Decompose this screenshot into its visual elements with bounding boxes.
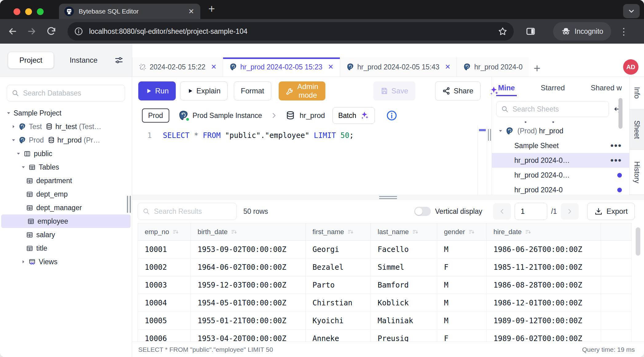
tree-item-employee[interactable]: employee: [1, 214, 131, 228]
browser-menu-icon[interactable]: ⋮: [619, 26, 628, 37]
page-number-input[interactable]: [515, 203, 547, 220]
column-header-last-name[interactable]: last_name: [371, 223, 437, 241]
bookmark-star-icon[interactable]: [498, 26, 508, 36]
tree-item-views[interactable]: Views: [0, 255, 132, 269]
results-search-input[interactable]: [153, 207, 245, 216]
browser-tab[interactable]: Bytebase SQL Editor ✕: [59, 4, 200, 19]
sheet-group-prod-hr-prod[interactable]: (Prod) hr_prod: [492, 124, 629, 138]
browser-chrome: Bytebase SQL Editor ✕ + localhost:8080/s…: [0, 0, 644, 44]
environment-label: Test: [29, 123, 42, 131]
instance-name[interactable]: Prod Sample Instance: [193, 112, 262, 120]
format-button[interactable]: Format: [234, 81, 271, 100]
site-info-icon[interactable]: [74, 26, 84, 36]
address-bar[interactable]: localhost:8080/sql-editor/sheet/project-…: [68, 22, 514, 41]
editor-tab-hr-prod-2024-02-05-15-23[interactable]: hr_prod 2024-02-05 15:23✕: [223, 57, 340, 76]
prev-page-button[interactable]: [493, 203, 511, 220]
browser-tab-close-icon[interactable]: ✕: [187, 7, 195, 16]
table-cell: 1989-09-12T00:00:00Z: [487, 312, 601, 330]
results-search[interactable]: [138, 203, 237, 220]
column-header-gender[interactable]: gender: [437, 223, 487, 241]
back-icon[interactable]: [7, 26, 18, 37]
window-minimize-button[interactable]: [25, 8, 32, 15]
sheet-item-sample-sheet[interactable]: Sample Sheet•••: [492, 138, 629, 153]
sheet-search[interactable]: [496, 101, 609, 117]
tree-item-hr-prod[interactable]: Prodhr_prod (Pr…: [0, 133, 132, 147]
add-sheet-icon[interactable]: +: [534, 62, 540, 74]
new-tab-button[interactable]: +: [208, 2, 215, 15]
column-header-emp-no[interactable]: emp_no: [138, 223, 191, 241]
table-row[interactable]: 100021964-06-02T00:00:00ZBezalelSimmelF1…: [138, 258, 632, 276]
export-button[interactable]: Export: [587, 203, 635, 220]
tab-instance[interactable]: Instance: [68, 56, 100, 65]
close-tab-icon[interactable]: ✕: [328, 63, 333, 71]
share-button[interactable]: Share: [435, 81, 481, 100]
tree-item-dept-emp[interactable]: dept_emp: [0, 187, 132, 201]
table-row[interactable]: 100031959-12-03T00:00:00ZPartoBamfordM19…: [138, 276, 632, 294]
database-name[interactable]: hr_prod: [300, 111, 325, 120]
sheet-item-hr-prod-2024-0[interactable]: hr_prod 2024-0…: [492, 168, 629, 182]
sheet-list-scrollbar[interactable]: [618, 98, 622, 129]
tree-item-department[interactable]: department: [0, 174, 132, 187]
explain-button[interactable]: Explain: [180, 81, 228, 100]
results-table-scrollbar[interactable]: [636, 227, 640, 256]
vertical-display-toggle[interactable]: [414, 207, 431, 216]
info-icon[interactable]: [386, 110, 398, 121]
tree-item-public[interactable]: public: [0, 147, 132, 160]
sql-code-editor[interactable]: 1 SELECT * FROM "public"."employee" LIMI…: [132, 126, 492, 195]
window-close-button[interactable]: [14, 8, 20, 15]
column-header-first-name[interactable]: first_name: [306, 223, 371, 241]
save-button[interactable]: Save: [373, 81, 415, 100]
database-search[interactable]: [7, 85, 125, 101]
admin-mode-button[interactable]: Admin mode: [279, 81, 325, 100]
filter-settings-icon[interactable]: [114, 55, 124, 65]
editor-tab-hr-prod-2024-0[interactable]: hr_prod 2024-0: [457, 57, 528, 76]
tab-starred[interactable]: Starred: [539, 83, 567, 92]
side-tab-history[interactable]: History: [630, 150, 644, 195]
editor-tab-hr-prod-2024-02-05-15-43[interactable]: hr_prod 2024-02-05 15:43✕: [340, 57, 457, 76]
forward-icon[interactable]: [26, 26, 37, 37]
table-row[interactable]: 100011953-09-02T00:00:00ZGeorgiFacelloM1…: [138, 241, 632, 258]
side-tab-info[interactable]: Info: [630, 77, 644, 109]
table-row[interactable]: 100051955-01-21T00:00:00ZKyoichiMaliniak…: [138, 312, 632, 330]
tree-item-tables[interactable]: Tables: [0, 160, 132, 174]
window-zoom-button[interactable]: [37, 8, 44, 15]
reload-icon[interactable]: [46, 26, 57, 37]
tree-item-dept-manager[interactable]: dept_manager: [0, 201, 132, 214]
table-cell: M: [437, 312, 487, 330]
results-divider[interactable]: [132, 195, 644, 200]
table-row[interactable]: 100041954-05-01T00:00:00ZChirstianKoblic…: [138, 294, 632, 312]
batch-button[interactable]: Batch: [332, 107, 375, 124]
tab-search-button[interactable]: [623, 4, 640, 18]
sheet-item-hr-prod-2024-0[interactable]: hr_prod 2024-0…•••: [492, 153, 629, 168]
column-header-hire-date[interactable]: hire_date: [487, 223, 601, 241]
tab-shared[interactable]: Shared w: [589, 83, 623, 92]
sheet-search-input[interactable]: [512, 105, 604, 114]
database-search-input[interactable]: [22, 89, 120, 98]
query-time: Query time: 19 ms: [582, 346, 635, 353]
tree-item-hr-test[interactable]: Testhr_test (Test…: [0, 120, 132, 133]
sidebar-resize-handle[interactable]: [127, 196, 131, 213]
tab-project[interactable]: Project: [8, 52, 54, 69]
side-tab-sheet[interactable]: Sheet: [630, 109, 644, 150]
tab-mine[interactable]: Mine: [496, 83, 517, 92]
status-dot: [186, 117, 190, 121]
save-icon: [380, 87, 388, 95]
panel-resize-handle[interactable]: [487, 126, 492, 195]
column-header-birth-date[interactable]: birth_date: [191, 223, 306, 241]
tree-item-sample-project[interactable]: Sample Project: [0, 106, 132, 120]
run-button[interactable]: Run: [138, 81, 176, 100]
close-tab-icon[interactable]: ✕: [211, 63, 217, 71]
postgres-icon: [229, 63, 237, 71]
tree-item-title[interactable]: title: [0, 241, 132, 255]
next-page-button[interactable]: [561, 203, 579, 220]
side-panel-icon[interactable]: [525, 26, 536, 37]
table-row[interactable]: 100061953-04-20T00:00:00ZAnnekePreusigF1…: [138, 330, 632, 342]
table-icon: [26, 204, 33, 212]
user-avatar[interactable]: AD: [623, 59, 638, 75]
editor-tab-2024-02-05-15-22[interactable]: 2024-02-05 15:22✕: [132, 57, 223, 76]
tree-item-salary[interactable]: salary: [0, 228, 132, 241]
close-tab-icon[interactable]: ✕: [445, 63, 450, 71]
table-cell: 10005: [138, 312, 191, 330]
sheet-item-hr-prod-2024-0[interactable]: hr_prod 2024-0: [492, 182, 629, 195]
unsaved-dot: [617, 173, 622, 178]
